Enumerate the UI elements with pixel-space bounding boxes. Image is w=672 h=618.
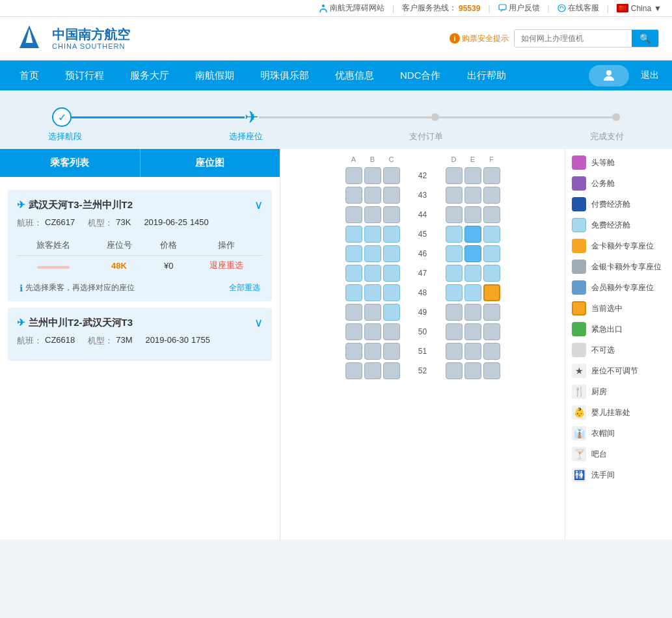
seat[interactable] bbox=[464, 245, 481, 262]
seat[interactable] bbox=[464, 284, 481, 301]
legend-label: 婴儿挂靠处 bbox=[591, 407, 630, 418]
top-bar: 南航无障碍网站 | 客户服务热线： 95539 | 用户反馈 | 在线客服 | … bbox=[0, 0, 672, 17]
seat bbox=[446, 362, 463, 379]
seat[interactable] bbox=[364, 265, 381, 282]
seat[interactable] bbox=[483, 245, 500, 262]
plane-icon-1: ✈ bbox=[17, 199, 25, 211]
nav-user-avatar[interactable] bbox=[589, 65, 629, 87]
legend-item: 紧急出口 bbox=[572, 322, 665, 336]
legend-icon-purple bbox=[572, 155, 586, 170]
progress-step-1: ✓ bbox=[52, 107, 72, 127]
col-seat: 座位号 bbox=[90, 235, 148, 256]
reset-all-link[interactable]: 全部重选 bbox=[229, 282, 260, 293]
legend-area: 头等舱公务舱付费经济舱免费经济舱金卡额外专享座位金银卡额外专享座位会员额外专享座… bbox=[565, 149, 672, 539]
seat[interactable] bbox=[383, 284, 400, 301]
seat bbox=[483, 167, 500, 184]
info-icon: ℹ bbox=[20, 283, 23, 293]
nav-service[interactable]: 服务大厅 bbox=[117, 60, 182, 90]
flight2-no: 航班： CZ6618 bbox=[17, 335, 75, 347]
legend-label: 紧急出口 bbox=[591, 324, 623, 335]
legend-label: 免费经济舱 bbox=[591, 220, 630, 231]
nav-booking[interactable]: 预订行程 bbox=[52, 60, 117, 90]
search-button[interactable]: 🔍 bbox=[632, 30, 658, 47]
seat[interactable] bbox=[383, 304, 400, 321]
seat-row: 52 bbox=[293, 362, 552, 379]
progress-section: ✓ ✈ 选择航段 选择座位 支付订单 完成支付 bbox=[0, 90, 672, 149]
company-logo[interactable] bbox=[13, 22, 46, 55]
row-number: 43 bbox=[413, 191, 433, 200]
seat[interactable] bbox=[364, 226, 381, 243]
flight-card-1: ✈ 武汉天河T3-兰州中川T2 ∨ 航班： CZ6617 机型： 73K 201… bbox=[8, 190, 272, 301]
seat[interactable] bbox=[345, 265, 362, 282]
row-number: 45 bbox=[413, 230, 433, 239]
topbar-divider4: | bbox=[607, 4, 609, 13]
seat bbox=[483, 304, 500, 321]
seat bbox=[446, 343, 463, 360]
seat[interactable] bbox=[383, 265, 400, 282]
nav-ndc[interactable]: NDC合作 bbox=[387, 60, 454, 90]
nav-help[interactable]: 出行帮助 bbox=[454, 60, 519, 90]
seat bbox=[364, 187, 381, 204]
seat bbox=[364, 362, 381, 379]
row-number: 47 bbox=[413, 269, 433, 278]
online-service-link[interactable]: 在线客服 bbox=[558, 3, 599, 14]
legend-icon-silver bbox=[572, 260, 586, 274]
collapse-btn-1[interactable]: ∨ bbox=[254, 198, 263, 212]
seat bbox=[364, 206, 381, 223]
tab-passengers[interactable]: 乘客列表 bbox=[0, 149, 140, 177]
seat[interactable] bbox=[383, 245, 400, 262]
nav-holiday[interactable]: 南航假期 bbox=[182, 60, 247, 90]
accessibility-link[interactable]: 南航无障碍网站 bbox=[319, 3, 384, 14]
nav-exit[interactable]: 退出 bbox=[634, 70, 665, 81]
legend-label: 金卡额外专享座位 bbox=[591, 241, 654, 252]
seat bbox=[383, 206, 400, 223]
seat[interactable] bbox=[345, 245, 362, 262]
seat[interactable] bbox=[446, 284, 463, 301]
seat[interactable] bbox=[464, 226, 481, 243]
region-selector[interactable]: 🇨🇳 China ▼ bbox=[617, 4, 662, 13]
legend-item: ★座位不可调节 bbox=[572, 364, 665, 378]
legend-icon-bar: 🍸 bbox=[572, 447, 586, 461]
seat[interactable] bbox=[364, 245, 381, 262]
seat[interactable] bbox=[345, 284, 362, 301]
seat bbox=[364, 304, 381, 321]
seat bbox=[483, 323, 500, 340]
seat[interactable] bbox=[483, 226, 500, 243]
svg-point-2 bbox=[558, 5, 565, 12]
nav-offers[interactable]: 优惠信息 bbox=[322, 60, 387, 90]
plane-icon-2: ✈ bbox=[17, 317, 25, 329]
seat bbox=[345, 167, 362, 184]
seat-rows-container: 4243444546474849505152 bbox=[293, 167, 552, 379]
nav-club[interactable]: 明珠俱乐部 bbox=[247, 60, 322, 90]
seat bbox=[483, 206, 500, 223]
legend-item: 金银卡额外专享座位 bbox=[572, 260, 665, 274]
safety-tip[interactable]: i 购票安全提示 bbox=[450, 33, 509, 44]
seat bbox=[383, 187, 400, 204]
seat[interactable] bbox=[446, 245, 463, 262]
progress-labels: 选择航段 选择座位 支付订单 完成支付 bbox=[0, 127, 672, 142]
reseat-action[interactable]: 退座重选 bbox=[189, 256, 263, 276]
nav-bar: 首页 预订行程 服务大厅 南航假期 明珠俱乐部 优惠信息 NDC合作 出行帮助 … bbox=[0, 60, 672, 90]
seat bbox=[483, 343, 500, 360]
legend-label: 会员额外专享座位 bbox=[591, 282, 654, 293]
seat[interactable] bbox=[483, 265, 500, 282]
seat[interactable] bbox=[483, 284, 500, 301]
seat[interactable] bbox=[383, 226, 400, 243]
seat[interactable] bbox=[364, 284, 381, 301]
seat[interactable] bbox=[446, 226, 463, 243]
seat[interactable] bbox=[446, 265, 463, 282]
step-label-1: 选择航段 bbox=[39, 131, 91, 142]
seat-row: 48 bbox=[293, 284, 552, 301]
tab-seatmap[interactable]: 座位图 bbox=[140, 149, 280, 177]
search-input[interactable] bbox=[515, 30, 632, 47]
seat[interactable] bbox=[464, 265, 481, 282]
legend-icon-dark-purple bbox=[572, 176, 586, 191]
legend-icon-member bbox=[572, 280, 586, 295]
flight2-datetime: 2019-06-30 1755 bbox=[146, 335, 210, 347]
nav-home[interactable]: 首页 bbox=[7, 60, 52, 90]
feedback-link[interactable]: 用户反馈 bbox=[498, 3, 540, 14]
flight1-route: 武汉天河T3-兰州中川T2 bbox=[29, 199, 133, 211]
seat[interactable] bbox=[345, 226, 362, 243]
seat bbox=[464, 167, 481, 184]
collapse-btn-2[interactable]: ∨ bbox=[254, 316, 263, 330]
